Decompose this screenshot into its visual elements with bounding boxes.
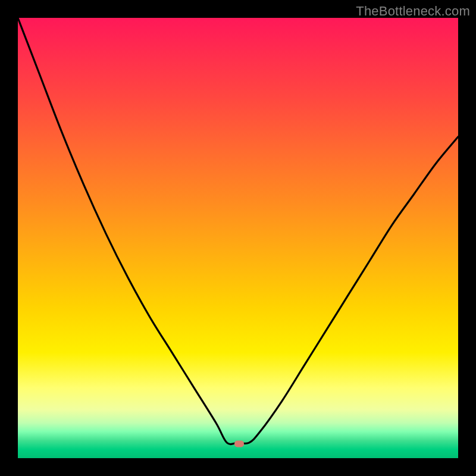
attribution-text: TheBottleneck.com (356, 4, 470, 19)
plot-area (18, 18, 458, 458)
minimum-marker (234, 441, 244, 447)
chart-container: TheBottleneck.com (0, 0, 476, 476)
bottleneck-curve (18, 18, 458, 458)
